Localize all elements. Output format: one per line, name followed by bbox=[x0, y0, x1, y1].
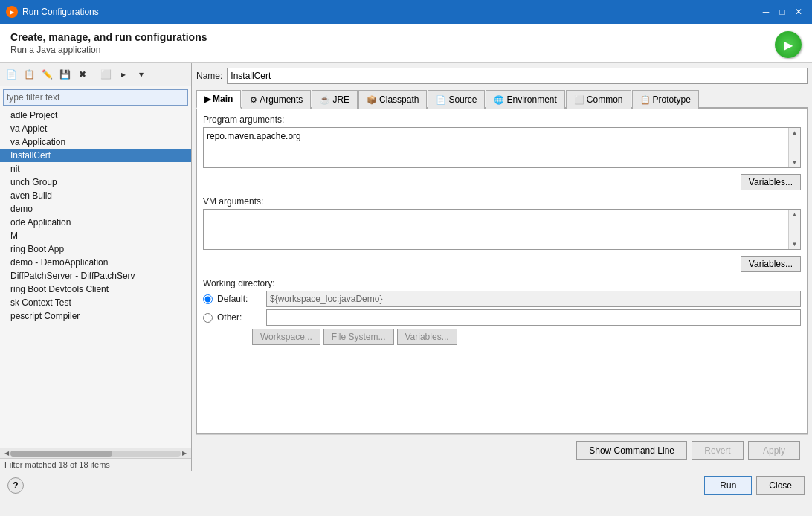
name-input[interactable] bbox=[227, 68, 808, 84]
filter-button[interactable]: ▸ bbox=[115, 66, 132, 83]
tab-environment-label: Environment bbox=[506, 94, 556, 105]
dropdown-button[interactable]: ▾ bbox=[133, 66, 149, 83]
tab-jre[interactable]: ☕ JRE bbox=[312, 90, 358, 109]
vm-args-section: VM arguments: ▲ ▼ bbox=[203, 196, 801, 250]
vm-args-variables-button[interactable]: Variables... bbox=[741, 256, 801, 272]
classpath-tab-icon: 📦 bbox=[367, 95, 377, 105]
left-panel: 📄 📋 ✏️ 💾 ✖ ⬜ ▸ ▾ type filter text adle P… bbox=[0, 63, 192, 471]
horizontal-scrollbar[interactable]: ◀ ▶ bbox=[0, 448, 191, 458]
collapse-button[interactable]: ⬜ bbox=[97, 66, 114, 83]
default-radio-label: Default: bbox=[217, 294, 262, 304]
vm-args-input[interactable] bbox=[204, 210, 800, 247]
vm-args-label: VM arguments: bbox=[203, 196, 801, 207]
right-panel: Name: ▶ Main ⚙ Arguments ☕ JRE 📦 Classpa… bbox=[192, 63, 812, 471]
scrollbar-track[interactable] bbox=[10, 451, 181, 457]
new-button[interactable]: 📄 bbox=[3, 66, 19, 83]
list-item[interactable]: aven Build bbox=[0, 189, 191, 202]
working-dir-section: Working directory: Default: Other: Works… bbox=[203, 278, 801, 345]
tab-classpath[interactable]: 📦 Classpath bbox=[358, 90, 427, 109]
tab-common-label: Common bbox=[587, 94, 623, 105]
tab-main-label: Main bbox=[213, 94, 233, 104]
edit-button[interactable]: ✏️ bbox=[39, 66, 55, 83]
scroll-left-arrow[interactable]: ◀ bbox=[3, 450, 10, 457]
list-item[interactable]: nit bbox=[0, 162, 191, 175]
app-icon bbox=[6, 6, 18, 18]
list-item[interactable]: ode Application bbox=[0, 216, 191, 229]
apply-button[interactable]: Apply bbox=[748, 441, 800, 460]
list-item[interactable]: va Applet bbox=[0, 122, 191, 135]
scroll-up-btn[interactable]: ▲ bbox=[792, 129, 798, 136]
environment-tab-icon: 🌐 bbox=[494, 95, 504, 105]
default-radio[interactable] bbox=[203, 294, 213, 304]
list-item[interactable]: unch Group bbox=[0, 175, 191, 189]
program-args-scrollbar[interactable]: ▲ ▼ bbox=[788, 128, 800, 167]
name-label: Name: bbox=[196, 71, 222, 81]
working-dir-label: Working directory: bbox=[203, 278, 801, 288]
tab-source-label: Source bbox=[448, 94, 477, 105]
scroll-down-btn[interactable]: ▼ bbox=[792, 159, 798, 166]
vm-args-container: ▲ ▼ bbox=[203, 209, 801, 250]
jre-tab-icon: ☕ bbox=[320, 95, 330, 105]
file-system-button[interactable]: File System... bbox=[323, 329, 394, 345]
tab-arguments[interactable]: ⚙ Arguments bbox=[242, 90, 311, 109]
list-item[interactable]: ring Boot App bbox=[0, 242, 191, 256]
show-command-line-button[interactable]: Show Command Line bbox=[576, 441, 687, 460]
bottom-action-bar: Show Command Line Revert Apply bbox=[196, 434, 808, 466]
run-button[interactable]: Run bbox=[704, 476, 752, 495]
tab-jre-label: JRE bbox=[332, 94, 349, 105]
vm-scroll-down-btn[interactable]: ▼ bbox=[792, 241, 798, 248]
toolbar: 📄 📋 ✏️ 💾 ✖ ⬜ ▸ ▾ bbox=[0, 63, 191, 86]
list-item-installcert[interactable]: InstallCert bbox=[0, 149, 191, 162]
panel-content: Program arguments: repo.maven.apache.org… bbox=[196, 109, 808, 434]
main-content: 📄 📋 ✏️ 💾 ✖ ⬜ ▸ ▾ type filter text adle P… bbox=[0, 63, 812, 471]
list-item[interactable]: DiffPatchServer - DiffPatchServ bbox=[0, 269, 191, 283]
list-item[interactable]: va Application bbox=[0, 135, 191, 149]
workspace-button[interactable]: Workspace... bbox=[252, 329, 320, 345]
list-item[interactable]: pescript Compiler bbox=[0, 309, 191, 323]
delete-button[interactable]: ✖ bbox=[74, 66, 91, 83]
header-section: Create, manage, and run configurations R… bbox=[0, 24, 812, 63]
default-radio-row: Default: bbox=[203, 291, 801, 307]
tab-classpath-label: Classpath bbox=[379, 94, 419, 105]
other-radio[interactable] bbox=[203, 313, 213, 323]
tab-environment[interactable]: 🌐 Environment bbox=[486, 90, 564, 109]
title-bar: Run Configurations ─ □ ✕ bbox=[0, 0, 812, 24]
close-window-button[interactable]: ✕ bbox=[791, 4, 806, 19]
minimize-button[interactable]: ─ bbox=[758, 4, 773, 19]
vm-args-scrollbar[interactable]: ▲ ▼ bbox=[788, 210, 800, 249]
list-item[interactable]: demo - DemoApplication bbox=[0, 256, 191, 269]
program-args-input[interactable]: repo.maven.apache.org bbox=[204, 128, 800, 165]
program-args-variables-button[interactable]: Variables... bbox=[741, 174, 801, 190]
tab-main[interactable]: ▶ Main bbox=[196, 90, 241, 109]
tab-prototype[interactable]: 📋 Prototype bbox=[632, 90, 699, 109]
revert-button[interactable]: Revert bbox=[692, 441, 744, 460]
export-button[interactable]: 💾 bbox=[57, 66, 73, 83]
tab-arguments-label: Arguments bbox=[260, 94, 303, 105]
main-tab-icon: ▶ bbox=[204, 94, 210, 104]
search-input[interactable]: type filter text bbox=[3, 89, 188, 106]
list-item[interactable]: adle Project bbox=[0, 109, 191, 122]
tab-source[interactable]: 📄 Source bbox=[428, 90, 485, 109]
help-button[interactable]: ? bbox=[7, 477, 24, 494]
other-radio-row: Other: bbox=[203, 309, 801, 326]
scrollbar-thumb[interactable] bbox=[10, 451, 112, 457]
tab-common[interactable]: ⬜ Common bbox=[566, 90, 631, 109]
program-args-section: Program arguments: repo.maven.apache.org… bbox=[203, 115, 801, 168]
list-item[interactable]: demo bbox=[0, 202, 191, 216]
vm-scroll-up-btn[interactable]: ▲ bbox=[792, 211, 798, 218]
list-item[interactable]: sk Context Test bbox=[0, 296, 191, 309]
program-args-label: Program arguments: bbox=[203, 115, 801, 125]
list-item[interactable]: ring Boot Devtools Client bbox=[0, 283, 191, 296]
program-args-container: repo.maven.apache.org ▲ ▼ bbox=[203, 127, 801, 168]
tabs-row: ▶ Main ⚙ Arguments ☕ JRE 📦 Classpath 📄 S… bbox=[196, 88, 808, 109]
maximize-button[interactable]: □ bbox=[775, 4, 790, 19]
copy-button[interactable]: 📋 bbox=[21, 66, 37, 83]
list-item[interactable]: M bbox=[0, 229, 191, 242]
other-dir-input[interactable] bbox=[266, 309, 801, 326]
close-button[interactable]: Close bbox=[756, 476, 805, 495]
tab-prototype-label: Prototype bbox=[653, 94, 691, 105]
dir-variables-button[interactable]: Variables... bbox=[397, 329, 457, 345]
scroll-right-arrow[interactable]: ▶ bbox=[181, 450, 188, 457]
common-tab-icon: ⬜ bbox=[574, 95, 584, 105]
toolbar-separator bbox=[94, 68, 94, 81]
